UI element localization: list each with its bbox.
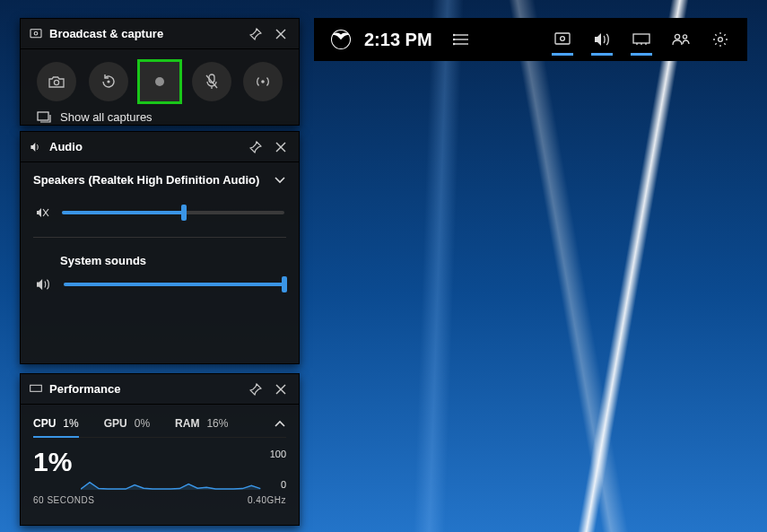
svg-point-8 <box>561 37 565 41</box>
xbox-icon <box>321 29 361 50</box>
tab-gpu-value: 0% <box>135 417 150 430</box>
master-volume-row <box>33 201 286 224</box>
audio-panel: Audio Speakers (Realtek High Definition … <box>20 131 300 364</box>
audio-icon <box>30 142 42 153</box>
cpu-frequency-label: 0.40GHz <box>248 495 286 505</box>
y-max-label: 100 <box>270 449 286 459</box>
svg-point-6 <box>453 43 455 46</box>
start-broadcast-button[interactable] <box>243 62 283 101</box>
broadcast-capture-panel: Broadcast & capture <box>20 18 300 126</box>
chart-y-axis: 100 0 <box>270 449 286 490</box>
chevron-down-icon <box>274 176 286 185</box>
svg-point-20 <box>54 80 58 84</box>
svg-rect-9 <box>633 34 649 43</box>
system-sounds-slider[interactable] <box>64 283 284 286</box>
svg-rect-16 <box>31 29 41 37</box>
svg-point-5 <box>453 39 455 41</box>
tab-cpu[interactable]: CPU 1% <box>33 417 79 430</box>
system-sounds-label: System sounds <box>60 254 286 267</box>
svg-rect-31 <box>31 385 42 391</box>
performance-tabs: CPU 1% GPU 0% RAM 16% <box>33 412 286 438</box>
tab-cpu-label: CPU <box>33 417 56 430</box>
master-volume-slider[interactable] <box>62 211 284 214</box>
topbar-audio-button[interactable] <box>582 18 622 61</box>
system-sounds-row <box>33 273 286 296</box>
topbar-settings-button[interactable] <box>701 18 740 61</box>
gallery-icon <box>37 111 51 123</box>
performance-icon <box>30 384 42 394</box>
cpu-usage-chart <box>81 449 260 490</box>
svg-rect-26 <box>38 112 48 120</box>
widgets-menu-button[interactable] <box>441 18 481 61</box>
performance-panel-header: Performance <box>21 374 299 405</box>
clock: 2:13 PM <box>364 30 432 50</box>
audio-panel-header: Audio <box>21 132 299 162</box>
performance-footer: 60 SECONDS 0.40GHz <box>33 490 286 505</box>
tab-ram-value: 16% <box>206 417 228 430</box>
tab-gpu-label: GPU <box>104 417 127 430</box>
x-axis-label: 60 SECONDS <box>33 495 94 505</box>
gamebar-topbar: 2:13 PM <box>314 18 747 61</box>
tab-ram-label: RAM <box>175 417 199 430</box>
pin-button[interactable] <box>243 377 268 402</box>
close-button[interactable] <box>268 22 293 47</box>
show-all-captures-link[interactable]: Show all captures <box>33 110 286 124</box>
svg-point-4 <box>453 34 455 37</box>
capture-icon <box>30 29 42 39</box>
audio-panel-title: Audio <box>49 140 243 153</box>
pin-button[interactable] <box>243 135 268 160</box>
topbar-capture-button[interactable] <box>543 18 582 61</box>
topbar-performance-button[interactable] <box>622 18 661 61</box>
tab-ram[interactable]: RAM 16% <box>175 417 228 430</box>
performance-panel: Performance CPU 1% GPU 0% RAM 16% <box>20 373 300 526</box>
cpu-current-value: 1% <box>33 449 72 475</box>
svg-point-21 <box>107 80 109 83</box>
audio-output-selector[interactable]: Speakers (Realtek High Definition Audio) <box>33 173 286 187</box>
start-recording-button[interactable] <box>140 62 179 101</box>
svg-point-14 <box>683 35 686 39</box>
broadcast-panel-title: Broadcast & capture <box>49 27 243 40</box>
pin-button[interactable] <box>243 22 268 47</box>
divider <box>33 237 286 238</box>
performance-panel-title: Performance <box>49 382 243 396</box>
svg-point-25 <box>261 80 265 83</box>
show-all-captures-label: Show all captures <box>60 110 153 124</box>
speaker-icon[interactable] <box>35 278 51 291</box>
collapse-button[interactable] <box>274 419 286 428</box>
audio-output-label: Speakers (Realtek High Definition Audio) <box>33 173 259 187</box>
mic-toggle-button[interactable] <box>192 62 231 101</box>
broadcast-panel-header: Broadcast & capture <box>21 19 299 49</box>
screenshot-button[interactable] <box>37 62 76 101</box>
tab-gpu[interactable]: GPU 0% <box>104 417 150 430</box>
close-button[interactable] <box>268 135 293 160</box>
tab-cpu-value: 1% <box>63 417 78 430</box>
svg-point-17 <box>34 31 38 35</box>
svg-point-22 <box>155 77 164 86</box>
mute-icon[interactable] <box>35 206 49 219</box>
svg-point-15 <box>719 38 723 42</box>
svg-rect-7 <box>555 33 570 44</box>
svg-point-13 <box>675 34 679 39</box>
y-min-label: 0 <box>281 479 286 490</box>
close-button[interactable] <box>268 377 293 402</box>
topbar-social-button[interactable] <box>661 18 701 61</box>
record-last-button[interactable] <box>89 62 128 101</box>
